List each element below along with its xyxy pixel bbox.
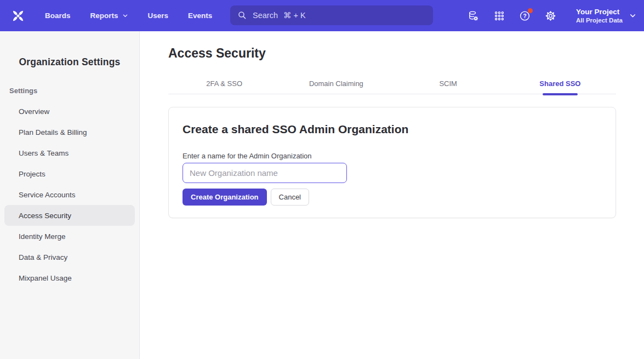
- nav-users[interactable]: Users: [148, 12, 169, 20]
- project-switcher[interactable]: Your Project All Project Data: [576, 7, 636, 25]
- tab-2fa-sso[interactable]: 2FA & SSO: [168, 71, 280, 94]
- nav-boards[interactable]: Boards: [45, 12, 71, 20]
- tab-domain-claiming[interactable]: Domain Claiming: [280, 71, 392, 94]
- sidebar-section-label: Settings: [9, 87, 139, 95]
- chevron-down-icon: [122, 13, 128, 19]
- sidebar-title: Organization Settings: [0, 56, 139, 68]
- sidebar-item-plan-details-billing[interactable]: Plan Details & Billing: [4, 122, 135, 143]
- chevron-down-icon: [629, 12, 636, 19]
- card-actions: Create Organization Cancel: [183, 189, 602, 206]
- settings-sidebar: Organization Settings Settings Overview …: [0, 31, 140, 359]
- sidebar-item-service-accounts[interactable]: Service Accounts: [4, 184, 135, 205]
- settings-gear-icon[interactable]: [545, 10, 556, 21]
- access-security-tabs: 2FA & SSO Domain Claiming SCIM Shared SS…: [168, 71, 616, 94]
- sidebar-item-access-security[interactable]: Access Security: [4, 205, 135, 226]
- org-name-label: Enter a name for the Admin Organization: [183, 152, 602, 160]
- sidebar-item-identity-merge[interactable]: Identity Merge: [4, 226, 135, 247]
- cancel-button[interactable]: Cancel: [271, 189, 309, 206]
- project-name: Your Project: [576, 7, 623, 16]
- shared-sso-card: Create a shared SSO Admin Organization E…: [168, 107, 616, 218]
- sidebar-item-data-privacy[interactable]: Data & Privacy: [4, 247, 135, 267]
- svg-text:?: ?: [523, 13, 526, 19]
- sidebar-item-mixpanel-usage[interactable]: Mixpanel Usage: [4, 267, 135, 288]
- tab-scim[interactable]: SCIM: [392, 71, 504, 94]
- create-organization-button[interactable]: Create Organization: [183, 189, 267, 206]
- apps-grid-icon[interactable]: [493, 10, 505, 21]
- top-navbar: Boards Reports Users Events Search ⌘ + K: [0, 0, 644, 31]
- data-management-icon[interactable]: [468, 10, 479, 21]
- search-icon: [237, 10, 247, 20]
- help-icon[interactable]: ?: [519, 10, 531, 21]
- project-data-scope: All Project Data: [576, 16, 623, 25]
- org-name-input[interactable]: [183, 163, 347, 183]
- search-input[interactable]: Search ⌘ + K: [230, 5, 433, 25]
- navbar-actions: ? Your Project All Project Data: [468, 0, 636, 31]
- sidebar-item-users-teams[interactable]: Users & Teams: [4, 143, 135, 163]
- nav-events[interactable]: Events: [188, 12, 212, 20]
- tab-shared-sso[interactable]: Shared SSO: [504, 71, 616, 94]
- search-placeholder: Search: [253, 11, 278, 20]
- notification-badge: [528, 8, 533, 13]
- sidebar-nav: Overview Plan Details & Billing Users & …: [0, 101, 139, 288]
- card-heading: Create a shared SSO Admin Organization: [183, 122, 602, 137]
- main-content: Access Security 2FA & SSO Domain Claimin…: [140, 31, 644, 359]
- mixpanel-logo[interactable]: [11, 9, 25, 23]
- search-shortcut: ⌘ + K: [283, 11, 306, 20]
- page-title: Access Security: [168, 45, 616, 61]
- primary-nav: Boards Reports Users Events: [45, 12, 212, 20]
- nav-reports[interactable]: Reports: [90, 12, 128, 20]
- sidebar-item-projects[interactable]: Projects: [4, 163, 135, 184]
- sidebar-item-overview[interactable]: Overview: [4, 101, 135, 122]
